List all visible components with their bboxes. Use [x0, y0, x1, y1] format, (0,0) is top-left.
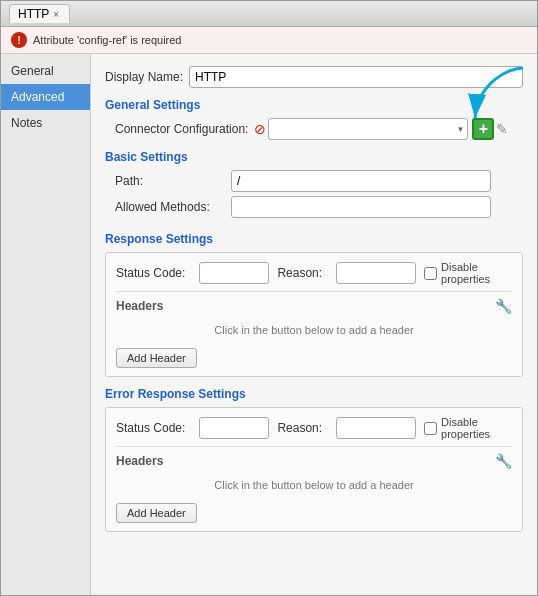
sidebar-item-advanced[interactable]: Advanced [1, 84, 90, 110]
sidebar-item-notes[interactable]: Notes [1, 110, 90, 136]
connector-select-wrapper: ▼ [268, 118, 468, 140]
display-name-label: Display Name: [105, 70, 183, 84]
headers-hint: Click in the button below to add a heade… [116, 318, 512, 342]
error-reason-label: Reason: [277, 421, 322, 435]
response-settings-box: Status Code: Reason: Disable properties … [105, 252, 523, 377]
error-status-code-input[interactable] [199, 417, 269, 439]
error-status-code-row: Status Code: Reason: Disable properties [116, 416, 512, 440]
reason-input[interactable] [336, 262, 416, 284]
error-status-code-label: Status Code: [116, 421, 185, 435]
error-response-settings-heading: Error Response Settings [105, 387, 523, 401]
error-headers-title-row: Headers 🔧 [116, 453, 512, 469]
error-response-settings-box: Status Code: Reason: Disable properties … [105, 407, 523, 532]
reason-label: Reason: [277, 266, 322, 280]
error-headers-title: Headers [116, 454, 163, 468]
headers-title: Headers [116, 299, 163, 313]
display-name-row: Display Name: [105, 66, 523, 88]
basic-settings-heading: Basic Settings [105, 150, 523, 164]
headers-title-row: Headers 🔧 [116, 298, 512, 314]
allowed-methods-row: Allowed Methods: [105, 196, 523, 218]
error-disable-properties-label[interactable]: Disable properties [424, 416, 512, 440]
error-add-header-btn-wrapper: Add Header [116, 503, 512, 523]
path-label: Path: [115, 174, 225, 188]
error-bar: ! Attribute 'config-ref' is required [1, 27, 537, 54]
edit-config-icon[interactable]: ✎ [496, 121, 508, 137]
sidebar-item-general[interactable]: General [1, 58, 90, 84]
response-settings-heading: Response Settings [105, 232, 523, 246]
error-reason-input[interactable] [336, 417, 416, 439]
sidebar: General Advanced Notes [1, 54, 91, 595]
tab-http[interactable]: HTTP × [9, 4, 70, 23]
path-row: Path: [105, 170, 523, 192]
field-error-icon: ⊘ [254, 121, 266, 137]
status-code-row: Status Code: Reason: Disable properties [116, 261, 512, 285]
main-window: HTTP × ! Attribute 'config-ref' is requi… [0, 0, 538, 596]
error-icon: ! [11, 32, 27, 48]
add-header-btn-wrapper: Add Header [116, 348, 512, 368]
allowed-methods-input[interactable] [231, 196, 491, 218]
allowed-methods-label: Allowed Methods: [115, 200, 225, 214]
general-settings-heading: General Settings [105, 98, 523, 112]
connector-config-select[interactable] [268, 118, 468, 140]
status-code-label: Status Code: [116, 266, 185, 280]
display-name-input[interactable] [189, 66, 523, 88]
error-message: Attribute 'config-ref' is required [33, 34, 182, 46]
connector-config-label: Connector Configuration: [115, 122, 248, 136]
status-code-input[interactable] [199, 262, 269, 284]
error-headers-hint: Click in the button below to add a heade… [116, 473, 512, 497]
disable-properties-checkbox[interactable] [424, 267, 437, 280]
error-add-header-button[interactable]: Add Header [116, 503, 197, 523]
tab-close-button[interactable]: × [53, 9, 59, 20]
main-area: General Advanced Notes Display Name: Gen… [1, 54, 537, 595]
content-area: Display Name: General Settings Connector… [91, 54, 537, 595]
disable-properties-label[interactable]: Disable properties [424, 261, 512, 285]
path-input[interactable] [231, 170, 491, 192]
title-bar: HTTP × [1, 1, 537, 27]
error-wrench-icon[interactable]: 🔧 [495, 453, 512, 469]
error-disable-properties-checkbox[interactable] [424, 422, 437, 435]
add-header-button[interactable]: Add Header [116, 348, 197, 368]
add-config-button[interactable]: + [472, 118, 494, 140]
wrench-icon[interactable]: 🔧 [495, 298, 512, 314]
tab-label: HTTP [18, 7, 49, 21]
headers-section: Headers 🔧 Click in the button below to a… [116, 291, 512, 368]
error-headers-section: Headers 🔧 Click in the button below to a… [116, 446, 512, 523]
